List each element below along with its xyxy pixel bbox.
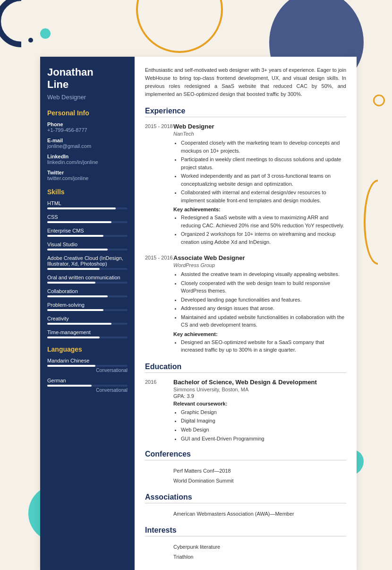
summary-text: Enthusiastic and self-motivated web desi… xyxy=(145,66,346,98)
exp-title: Web Designer xyxy=(173,123,346,130)
experience-heading: Experience xyxy=(145,107,346,117)
skill-item: Problem-solving xyxy=(47,302,128,311)
skill-name: Collaboration xyxy=(47,288,128,294)
interests-heading: Interests xyxy=(145,526,346,536)
skill-fill xyxy=(47,207,116,209)
course-item: GUI and Event-Driven Programming xyxy=(181,434,346,443)
language-item: Mandarin Chinese Conversational xyxy=(47,358,128,373)
main-content: Enthusiastic and self-motivated web desi… xyxy=(135,57,357,570)
skill-item: Visual Studio xyxy=(47,242,128,250)
exp-bullet: Maintained and updated website functiona… xyxy=(181,313,346,329)
candidate-title: Web Designer xyxy=(47,94,128,101)
exp-company: NanTech xyxy=(173,131,346,137)
education-item: 2016 Bachelor of Science, Web Design & D… xyxy=(145,379,346,443)
language-level: Conversational xyxy=(47,368,128,373)
skill-bar xyxy=(47,207,128,209)
experience-item: 2015 - 2016 Associate Web Designer WordP… xyxy=(145,254,346,355)
contact-value: +1-799-456-8777 xyxy=(47,127,128,133)
exp-dates: 2015 - 2016 xyxy=(145,254,173,355)
skill-fill xyxy=(47,309,103,311)
conference-item: World Domination Summit xyxy=(173,476,346,486)
skill-item: Adobe Creative Cloud (InDesign, Illustra… xyxy=(47,255,128,270)
exp-bullet: Collaborated with internal and external … xyxy=(181,189,346,204)
interest-item: Triathlon xyxy=(173,552,346,562)
contacts-list: Phone +1-799-456-8777E-mail jonline@gmai… xyxy=(47,121,128,181)
contact-label: LinkedIn xyxy=(47,154,128,159)
deco-gold-arc-top xyxy=(128,0,231,61)
deco-gold-circle xyxy=(373,95,385,106)
edu-gpa: GPA: 3.9 xyxy=(173,393,346,399)
achievements-label: Key achievements: xyxy=(173,207,346,212)
skill-item: HTML xyxy=(47,200,128,209)
skill-name: HTML xyxy=(47,200,128,206)
skill-item: Oral and written communication xyxy=(47,275,128,284)
coursework-label: Relevant coursework: xyxy=(173,401,346,406)
edu-details: Bachelor of Science, Web Design & Develo… xyxy=(173,379,346,443)
edu-degree: Bachelor of Science, Web Design & Develo… xyxy=(173,379,346,386)
interests-content: Cyberpunk literatureTriathlon xyxy=(173,542,346,562)
exp-bullet: Participated in weekly client meetings t… xyxy=(181,155,346,171)
exp-bullet: Worked independently and as part of 3 cr… xyxy=(181,172,346,188)
deco-gold-arc-right xyxy=(364,180,392,265)
exp-bullets: Assisted the creative team in developing… xyxy=(173,270,346,329)
courses-list: Graphic DesignDigital ImagingWeb DesignG… xyxy=(173,408,346,443)
deco-top-left-circle xyxy=(0,0,47,47)
skill-name: Visual Studio xyxy=(47,242,128,247)
contact-value: jonline@gmail.com xyxy=(47,143,128,149)
skill-fill xyxy=(47,282,95,284)
language-bar xyxy=(47,385,128,387)
contact-value: linkedin.com/in/jonline xyxy=(47,159,128,165)
skill-bar xyxy=(47,295,128,297)
exp-bullet: Addressed any design issues that arose. xyxy=(181,304,346,312)
education-list: 2016 Bachelor of Science, Web Design & D… xyxy=(145,379,346,443)
skill-fill xyxy=(47,268,100,270)
exp-bullet: Closely cooperated with the web design t… xyxy=(181,279,346,295)
skill-item: CSS xyxy=(47,214,128,223)
achievement-bullet: Designed an SEO-optimized website for a … xyxy=(181,338,346,354)
associations-heading: Associations xyxy=(145,493,346,503)
skill-bar xyxy=(47,249,128,250)
language-bar xyxy=(47,365,128,367)
contact-label: Phone xyxy=(47,121,128,127)
conferences-content: Perf Matters Conf—2018World Domination S… xyxy=(173,466,346,486)
exp-details: Associate Web Designer WordPress Group A… xyxy=(173,254,346,355)
exp-details: Web Designer NanTech Cooperated closely … xyxy=(173,123,346,247)
skill-fill xyxy=(47,235,103,237)
svg-point-0 xyxy=(137,0,222,52)
interests-list: Cyberpunk literatureTriathlon xyxy=(145,542,346,562)
conferences-heading: Conferences xyxy=(145,450,346,460)
achievements-list: Designed an SEO-optimized website for a … xyxy=(173,338,346,354)
skill-fill xyxy=(47,249,108,250)
association-item: American Webmasters Association (AWA)—Me… xyxy=(173,509,346,519)
skill-bar xyxy=(47,235,128,237)
language-name: Mandarin Chinese xyxy=(47,358,128,363)
skill-name: CSS xyxy=(47,214,128,220)
language-name: German xyxy=(47,378,128,383)
contact-label: E-mail xyxy=(47,138,128,143)
skill-fill xyxy=(47,295,108,297)
experience-item: 2015 - 2018 Web Designer NanTech Coopera… xyxy=(145,123,346,247)
experience-list: 2015 - 2018 Web Designer NanTech Coopera… xyxy=(145,123,346,355)
skill-name: Oral and written communication xyxy=(47,275,128,280)
skill-name: Problem-solving xyxy=(47,302,128,308)
exp-bullets: Cooperated closely with the marketing te… xyxy=(173,139,346,204)
skill-bar xyxy=(47,309,128,311)
skill-name: Enterprise CMS xyxy=(47,228,128,233)
personal-info-heading: Personal Info xyxy=(47,109,128,117)
education-heading: Education xyxy=(145,363,346,373)
skill-bar xyxy=(47,282,128,284)
course-item: Web Design xyxy=(181,425,346,434)
skill-item: Collaboration xyxy=(47,288,128,297)
associations-list: American Webmasters Association (AWA)—Me… xyxy=(145,509,346,519)
language-item: German Conversational xyxy=(47,378,128,393)
edu-school: Simmons University, Boston, MA xyxy=(173,387,346,392)
sidebar: JonathanLine Web Designer Personal Info … xyxy=(40,57,135,570)
skill-name: Time-management xyxy=(47,329,128,335)
skill-fill xyxy=(47,337,100,338)
edu-year: 2016 xyxy=(145,379,173,443)
skill-fill xyxy=(47,221,111,223)
languages-list: Mandarin Chinese ConversationalGerman xyxy=(47,358,128,393)
languages-heading: Languages xyxy=(47,345,128,353)
skill-item: Time-management xyxy=(47,329,128,338)
language-fill xyxy=(47,385,92,387)
